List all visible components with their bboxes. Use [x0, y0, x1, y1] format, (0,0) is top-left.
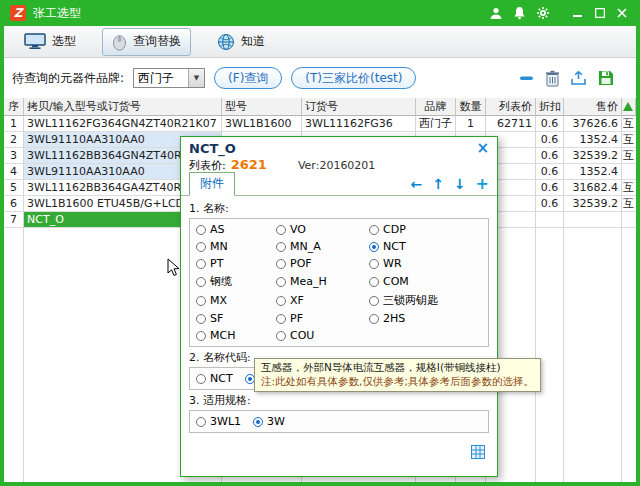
cell-disc[interactable]: 0.6 [536, 116, 564, 132]
tab-selection[interactable]: 选型 [14, 28, 86, 55]
gear-icon[interactable] [536, 6, 550, 20]
cell-no[interactable]: 4 [4, 164, 24, 180]
header-qty[interactable]: 数量 [456, 98, 486, 116]
cell-list[interactable]: 62711 [486, 116, 536, 132]
cell-disc[interactable]: 0.6 [536, 196, 564, 212]
radio-AS[interactable]: AS [196, 223, 276, 236]
radio-button-icon [276, 259, 286, 269]
cell-extra[interactable]: 互 [622, 116, 636, 132]
scroll-up-icon[interactable] [623, 102, 633, 111]
radio-XF[interactable]: XF [276, 293, 369, 308]
radio-3W[interactable]: 3W [253, 415, 285, 428]
cell-disc[interactable]: 0.6 [536, 180, 564, 196]
down-arrow-icon[interactable]: ↓ [454, 177, 466, 191]
header-no[interactable]: 序 [4, 98, 24, 116]
cell-no[interactable]: 3 [4, 148, 24, 164]
cell-extra[interactable] [622, 212, 636, 228]
bell-icon[interactable] [513, 6, 526, 20]
header-list[interactable]: 列表价 [486, 98, 536, 116]
cell-no[interactable]: 7 [4, 212, 24, 228]
user-icon[interactable] [489, 6, 503, 20]
minus-icon[interactable] [519, 70, 535, 86]
radio-COU[interactable]: COU [276, 329, 369, 342]
radio-COM[interactable]: COM [369, 274, 482, 289]
radio-label: VO [290, 223, 306, 236]
close-button[interactable] [614, 6, 630, 20]
tab-know[interactable]: 知道 [207, 28, 275, 56]
add-icon[interactable]: + [476, 176, 489, 192]
cell-qty[interactable]: 1 [456, 116, 486, 132]
dropdown-arrow-icon[interactable]: ▼ [188, 69, 204, 87]
cell-price[interactable] [564, 212, 622, 228]
group-label: 1. 名称: [189, 201, 489, 216]
cell-disc[interactable]: 0.6 [536, 148, 564, 164]
radio-MN[interactable]: MN [196, 240, 276, 253]
radio-button-icon [276, 296, 286, 306]
brand-select[interactable]: 西门子 ▼ [133, 68, 205, 88]
radio-SF[interactable]: SF [196, 312, 276, 325]
radio-NCT[interactable]: NCT [196, 372, 233, 385]
radio-三锁两钥匙[interactable]: 三锁两钥匙 [369, 293, 482, 308]
cell-input[interactable]: 3WL11162FG364GN4ZT40R21K07 [24, 116, 222, 132]
cell-extra[interactable]: 互 [622, 180, 636, 196]
cell-no[interactable]: 5 [4, 180, 24, 196]
export-icon[interactable] [570, 70, 588, 86]
radio-PF[interactable]: PF [276, 312, 369, 325]
back-arrow-icon[interactable]: ← [410, 177, 422, 191]
up-arrow-icon[interactable]: ↑ [432, 177, 444, 191]
cell-model[interactable]: 3WL1B1600 [222, 116, 302, 132]
dialog-close-icon[interactable]: × [476, 141, 489, 156]
radio-VO[interactable]: VO [276, 223, 369, 236]
radio-MN_A[interactable]: MN_A [276, 240, 369, 253]
cell-no[interactable]: 6 [4, 196, 24, 212]
radio-WR[interactable]: WR [369, 257, 482, 270]
radio-Mea_H[interactable]: Mea_H [276, 274, 369, 289]
cell-price[interactable]: 32539.2 [564, 196, 622, 212]
header-order[interactable]: 订货号 [302, 98, 416, 116]
radio-钢缆[interactable]: 钢缆 [196, 274, 276, 289]
radio-3WL1[interactable]: 3WL1 [196, 415, 241, 428]
cell-order[interactable]: 3WL11162FG36 [302, 116, 416, 132]
cell-extra[interactable]: 互 [622, 148, 636, 164]
minimize-button[interactable] [570, 6, 586, 20]
compare-button[interactable]: (T)三家比价(test) [291, 67, 416, 89]
dialog-groups: 1. 名称:ASVOCDPMNMN_ANCTPTPOFWR钢缆Mea_HCOMM… [181, 196, 497, 435]
radio-POF[interactable]: POF [276, 257, 369, 270]
radio-label: MX [210, 294, 227, 307]
table-row[interactable]: 13WL11162FG364GN4ZT40R21K073WL1B16003WL1… [4, 116, 636, 132]
cell-no[interactable]: 2 [4, 132, 24, 148]
cell-price[interactable]: 1352.4 [564, 132, 622, 148]
cell-brand[interactable]: 西门子 [416, 116, 456, 132]
cell-extra[interactable] [622, 164, 636, 180]
radio-MX[interactable]: MX [196, 293, 276, 308]
header-extra[interactable] [622, 98, 636, 116]
save-icon[interactable] [598, 70, 614, 86]
cell-extra[interactable]: 互 [622, 132, 636, 148]
trash-icon[interactable] [545, 70, 560, 87]
radio-CDP[interactable]: CDP [369, 223, 482, 236]
query-button[interactable]: (F)查询 [214, 67, 282, 89]
cell-price[interactable]: 1352.4 [564, 164, 622, 180]
cell-disc[interactable]: 0.6 [536, 132, 564, 148]
header-price[interactable]: 售价 [564, 98, 622, 116]
cell-no[interactable]: 1 [4, 116, 24, 132]
cell-price[interactable]: 32539.2 [564, 148, 622, 164]
radio-NCT[interactable]: NCT [369, 240, 482, 253]
maximize-button[interactable] [592, 6, 608, 20]
table-icon[interactable] [471, 445, 485, 462]
header-brand[interactable]: 品牌 [416, 98, 456, 116]
cell-disc[interactable] [536, 212, 564, 228]
header-model[interactable]: 型号 [222, 98, 302, 116]
cell-price[interactable]: 31682.4 [564, 180, 622, 196]
radio-PT[interactable]: PT [196, 257, 276, 270]
cell-extra[interactable]: 互 [622, 196, 636, 212]
cell-disc[interactable]: 0.6 [536, 164, 564, 180]
radio-2HS[interactable]: 2HS [369, 312, 482, 325]
tab-accessories[interactable]: 附件 [189, 172, 235, 196]
tab-query-replace[interactable]: 查询替换 [102, 28, 191, 56]
radio-MCH[interactable]: MCH [196, 329, 276, 342]
header-disc[interactable]: 折扣 [536, 98, 564, 116]
cell-price[interactable]: 37626.6 [564, 116, 622, 132]
header-input[interactable]: 拷贝/输入型号或订货号 [24, 98, 222, 116]
radio-label: AS [210, 223, 225, 236]
